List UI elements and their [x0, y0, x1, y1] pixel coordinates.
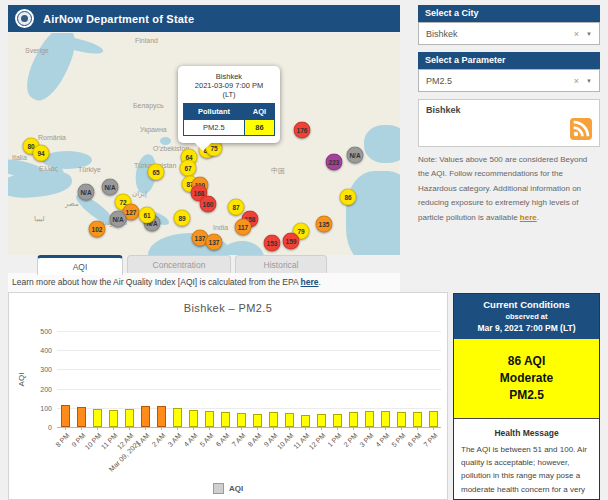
note-here-link[interactable]: here	[520, 213, 537, 222]
map-water-pacific	[346, 171, 400, 255]
aqi-pollutant: PM2.5	[454, 388, 599, 402]
aqi-marker[interactable]: 61	[139, 207, 156, 224]
parameter-select[interactable]: PM2.5 × ▼	[418, 69, 600, 92]
popup-pollutant-value: PM2.5	[184, 120, 245, 136]
aqi-value-block: 86 AQI Moderate PM2.5	[454, 339, 599, 419]
map-place-label: Беларусь	[133, 102, 164, 109]
chart-bar	[397, 412, 406, 427]
parameter-clear-icon[interactable]: ×	[574, 76, 579, 86]
map-place-label: إيران	[132, 190, 147, 198]
epa-here-link[interactable]: here	[301, 277, 319, 287]
x-axis-tick	[385, 427, 386, 430]
x-axis-tick	[353, 427, 354, 430]
city-chevron-down-icon[interactable]: ▼	[586, 31, 592, 37]
chart-bar	[125, 409, 134, 427]
x-axis-tick	[433, 427, 434, 430]
aqi-marker[interactable]: N/A	[102, 179, 119, 196]
aqi-category: Moderate	[454, 371, 599, 385]
chart-bar	[61, 405, 70, 427]
map-water-aral	[160, 137, 171, 145]
map-popup: Bishkek 2021-03-09 7:00 PM (LT) Pollutan…	[178, 66, 280, 143]
aqi-marker[interactable]: 89	[174, 210, 191, 227]
aqi-marker[interactable]: 117	[235, 219, 252, 236]
select-city-header: Select a City	[418, 5, 600, 22]
aqi-chart: Bishkek – PM2.5 AQI 01002003004005008 PM…	[8, 292, 448, 500]
x-axis-tick	[241, 427, 242, 430]
aqi-marker[interactable]: 160	[200, 196, 217, 213]
map-place-label: Ελλάς	[39, 165, 58, 172]
x-axis-tick	[65, 427, 66, 430]
popup-datetime: 2021-03-09 7:00 PM	[183, 81, 275, 90]
gridline	[57, 331, 441, 332]
aqi-marker[interactable]: 153	[264, 235, 281, 252]
map-place-label: Italia	[12, 154, 27, 161]
y-axis-tick-label: 0	[48, 424, 52, 431]
aqi-map[interactable]: 8094N/AN/A72127N/AN/A6110265646786758711…	[8, 33, 400, 255]
x-axis-tick	[193, 427, 194, 430]
aqi-marker[interactable]: 86	[340, 189, 357, 206]
map-place-label: România	[38, 134, 66, 141]
chart-bar	[253, 414, 262, 427]
city-select[interactable]: Bishkek × ▼	[418, 22, 600, 45]
map-place-label: 中国	[271, 166, 285, 176]
y-axis-tick-label: 300	[40, 366, 52, 373]
aqi-marker[interactable]: N/A	[347, 147, 364, 164]
beyond-aqi-note: Note: Values above 500 are considered Be…	[418, 153, 598, 225]
gridline	[57, 408, 441, 409]
health-message-text: The AQI is between 51 and 100. Air quali…	[461, 443, 592, 500]
city-clear-icon[interactable]: ×	[574, 29, 579, 39]
popup-col-aqi: AQI	[244, 104, 274, 120]
x-axis-tick	[417, 427, 418, 430]
aqi-marker[interactable]: 87	[228, 199, 245, 216]
gridline	[57, 350, 441, 351]
aqi-marker[interactable]: 94	[33, 145, 50, 162]
chart-bar	[93, 409, 102, 427]
tab-concentration[interactable]: Concentration	[127, 255, 231, 273]
current-conditions-header: Current Conditions observed at Mar 9, 20…	[454, 294, 599, 339]
chart-bar	[381, 411, 390, 427]
x-axis-tick	[369, 427, 370, 430]
aqi-marker[interactable]: 159	[283, 233, 300, 250]
map-place-label: مصر	[65, 200, 79, 208]
chart-bar	[429, 411, 438, 428]
popup-aqi-value: 86	[244, 120, 274, 136]
x-axis-tick	[337, 427, 338, 430]
tab-historical[interactable]: Historical	[235, 255, 327, 273]
aqi-value: 86 AQI	[454, 354, 599, 368]
map-place-label: Украина	[140, 126, 167, 133]
map-water-bay-of-bengal	[220, 241, 264, 255]
health-message-title: Health Message	[461, 428, 592, 438]
map-place-label: Sverige	[25, 47, 49, 54]
aqi-marker[interactable]: 65	[148, 164, 165, 181]
aqi-marker[interactable]: 137	[206, 234, 223, 251]
x-axis-tick	[401, 427, 402, 430]
chart-bar	[285, 413, 294, 427]
popup-table: Pollutant AQI PM2.5 86	[183, 103, 275, 136]
y-axis-title: AQI	[17, 373, 26, 387]
tab-bar: AQI Concentration Historical	[37, 255, 327, 275]
aqi-marker[interactable]: 67	[180, 160, 197, 177]
x-axis-tick	[209, 427, 210, 430]
aqi-marker[interactable]: 176	[294, 122, 311, 139]
x-axis-tick	[97, 427, 98, 430]
chart-bar	[237, 413, 246, 427]
aqi-marker[interactable]: 102	[89, 221, 106, 238]
app-header: AirNow Department of State	[8, 5, 400, 32]
chart-bar	[413, 412, 422, 427]
x-axis-tick	[161, 427, 162, 430]
parameter-chevron-down-icon[interactable]: ▼	[586, 78, 592, 84]
chart-bar	[349, 412, 358, 427]
observed-datetime: Mar 9, 2021 7:00 PM (LT)	[456, 323, 597, 333]
aqi-marker[interactable]: 223	[326, 154, 343, 171]
feed-city-label: Bishkek	[426, 105, 461, 115]
map-place-label: India	[213, 224, 228, 231]
rss-icon[interactable]	[570, 118, 592, 140]
x-axis-tick	[81, 427, 82, 430]
tab-aqi[interactable]: AQI	[37, 255, 123, 275]
aqi-marker[interactable]: 135	[316, 216, 333, 233]
x-axis-tick	[321, 427, 322, 430]
aqi-marker[interactable]: N/A	[78, 184, 95, 201]
aqi-marker[interactable]: N/A	[110, 211, 127, 228]
learn-more-prefix: Learn more about how the Air Quality Ind…	[12, 277, 301, 287]
x-axis-tick	[177, 427, 178, 430]
